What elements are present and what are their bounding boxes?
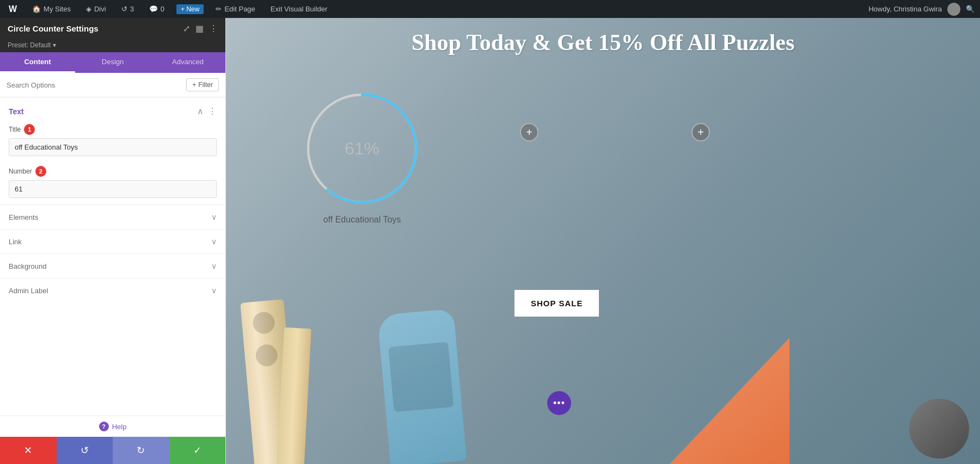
link-section[interactable]: Link ∨ [0, 229, 225, 253]
main-container: Circle Counter Settings ⤢ ▦ ⋮ Preset: De… [0, 18, 980, 464]
divi-icon: ◈ [86, 5, 91, 13]
admin-bar-my-sites[interactable]: 🏠 My Sites [29, 3, 74, 15]
toy-wrench [377, 308, 467, 464]
title-label: Title 1 [9, 124, 217, 135]
number-label: Number 2 [9, 166, 217, 177]
admin-bar-divi[interactable]: ◈ Divi [83, 3, 109, 15]
canvas: Shop Today & Get 15% Off All Puzzles 61%… [226, 18, 980, 464]
elements-section[interactable]: Elements ∨ [0, 205, 225, 229]
add-button-2[interactable]: + [691, 123, 710, 141]
text-section-chevron-icon[interactable]: ∧ [197, 106, 204, 116]
home-icon: 🏠 [32, 5, 41, 13]
link-label: Link [9, 238, 22, 246]
background-label: Background [9, 262, 46, 270]
wp-icon: W [9, 4, 17, 14]
help-section[interactable]: ? Help [0, 416, 225, 437]
admin-label-label: Admin Label [9, 287, 48, 295]
number-input-group: Number 2 [0, 163, 225, 205]
popout-icon[interactable]: ⤢ [183, 23, 190, 34]
search-input[interactable] [7, 81, 182, 89]
avatar-icon [947, 3, 960, 16]
title-input[interactable] [9, 138, 217, 156]
elements-label: Elements [9, 213, 38, 221]
toy-wedge [670, 306, 789, 464]
text-section-actions: ∧ ⋮ [197, 106, 217, 116]
text-section-title: Text [9, 107, 24, 116]
help-icon: ? [99, 422, 109, 431]
admin-bar-new[interactable]: + New [176, 4, 204, 14]
panel-header: Circle Counter Settings ⤢ ▦ ⋮ [0, 18, 225, 39]
wrench-grip [388, 342, 454, 412]
circle-counter: 61% [302, 89, 422, 208]
panel-header-icons: ⤢ ▦ ⋮ [183, 23, 218, 34]
text-section-more-icon[interactable]: ⋮ [208, 106, 217, 116]
background-chevron-icon: ∨ [211, 262, 217, 270]
admin-bar-comments[interactable]: 💬 0 [146, 3, 168, 15]
panel-content: Text ∧ ⋮ Title 1 Number 2 [0, 97, 225, 416]
dots-button[interactable]: ••• [547, 391, 571, 415]
shop-sale-button[interactable]: SHOP SALE [514, 290, 599, 317]
toy-cylinder [909, 399, 969, 459]
admin-label-section[interactable]: Admin Label ∨ [0, 278, 225, 302]
add-button-1[interactable]: + [520, 123, 538, 141]
admin-bar-right: Howdy, Christina Gwira 🔍 [868, 3, 975, 16]
filter-button[interactable]: + Filter [186, 78, 219, 91]
preset-label: Preset: Default [8, 41, 51, 49]
toggle-icon[interactable]: ▦ [195, 23, 204, 34]
preset-chevron-icon: ▾ [53, 41, 56, 49]
text-section-header: Text ∧ ⋮ [0, 97, 225, 121]
cancel-button[interactable]: ✕ [0, 437, 57, 464]
elements-chevron-icon: ∨ [211, 213, 217, 221]
tab-content[interactable]: Content [0, 52, 75, 73]
admin-bar: W 🏠 My Sites ◈ Divi ↺ 3 💬 0 + New ✏ Edit… [0, 0, 980, 18]
tab-design[interactable]: Design [75, 52, 150, 73]
pencil-icon: ✏ [216, 5, 222, 13]
panel-preset[interactable]: Preset: Default ▾ [0, 39, 225, 52]
link-chevron-icon: ∨ [211, 237, 217, 246]
circle-label: off Educational Toys [323, 215, 401, 225]
admin-bar-edit-page[interactable]: ✏ Edit Page [212, 3, 258, 15]
canvas-headline: Shop Today & Get 15% Off All Puzzles [226, 18, 980, 61]
admin-bar-counter[interactable]: ↺ 3 [118, 3, 137, 15]
circle-value: 61% [345, 139, 379, 159]
action-buttons: ✕ ↺ ↻ ✓ [0, 437, 225, 464]
toy-background [226, 274, 980, 464]
plank-hole-1 [252, 311, 275, 335]
title-input-group: Title 1 [0, 121, 225, 163]
circle-counter-container: 61% off Educational Toys [302, 89, 422, 225]
undo-button[interactable]: ↺ [57, 437, 113, 464]
admin-label-chevron-icon: ∨ [211, 286, 217, 295]
panel-tabs: Content Design Advanced [0, 52, 225, 73]
title-badge: 1 [24, 124, 35, 135]
redo-button[interactable]: ↻ [113, 437, 169, 464]
howdy-text: Howdy, Christina Gwira [868, 5, 942, 13]
wp-logo[interactable]: W [5, 2, 20, 16]
admin-bar-exit-vb[interactable]: Exit Visual Builder [267, 3, 331, 15]
comment-icon: 💬 [149, 5, 158, 13]
panel-title: Circle Counter Settings [8, 24, 99, 33]
help-label: Help [112, 423, 127, 431]
left-panel: Circle Counter Settings ⤢ ▦ ⋮ Preset: De… [0, 18, 226, 464]
number-input[interactable] [9, 180, 217, 198]
background-section[interactable]: Background ∨ [0, 253, 225, 278]
number-badge: 2 [35, 166, 46, 177]
counter-icon: ↺ [121, 5, 127, 13]
search-icon[interactable]: 🔍 [966, 5, 975, 13]
more-options-icon[interactable]: ⋮ [209, 23, 218, 34]
tab-advanced[interactable]: Advanced [150, 52, 225, 73]
panel-search: + Filter [0, 73, 225, 97]
filter-icon: + [192, 81, 196, 89]
plank-hole-2 [255, 344, 278, 367]
confirm-button[interactable]: ✓ [169, 437, 226, 464]
